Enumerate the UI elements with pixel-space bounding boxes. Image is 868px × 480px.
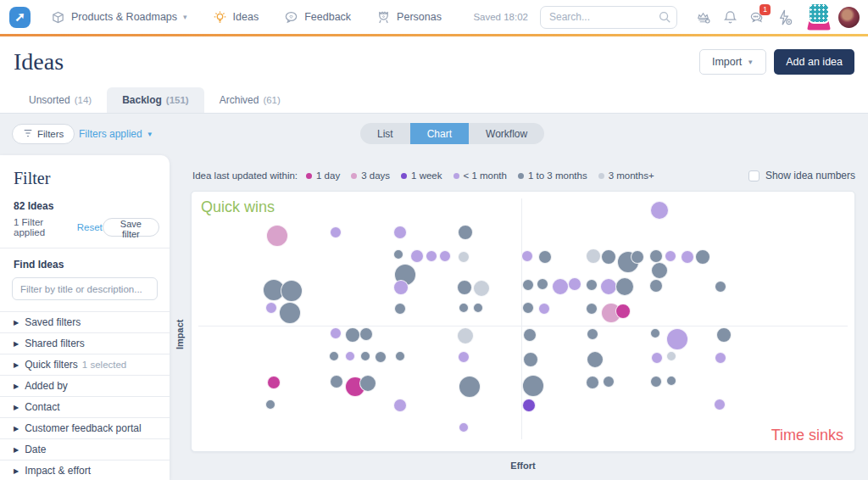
prodpad-logo-icon[interactable]: ➚ <box>9 7 31 28</box>
idea-bubble[interactable] <box>265 399 275 410</box>
idea-bubble[interactable] <box>587 351 604 368</box>
idea-bubble[interactable] <box>521 250 533 262</box>
idea-bubble[interactable] <box>330 375 343 388</box>
idea-bubble[interactable] <box>650 201 669 220</box>
idea-bubble[interactable] <box>631 250 644 264</box>
idea-bubble[interactable] <box>457 280 472 295</box>
reset-filters-link[interactable]: Reset <box>77 222 103 232</box>
idea-bubble[interactable] <box>267 376 281 389</box>
idea-bubble[interactable] <box>459 422 469 433</box>
idea-bubble[interactable] <box>330 327 342 339</box>
idea-bubble[interactable] <box>538 303 550 315</box>
idea-bubble[interactable] <box>345 351 355 361</box>
idea-bubble[interactable] <box>360 351 370 361</box>
nav-feedback[interactable]: Feedback <box>284 10 351 25</box>
idea-bubble[interactable] <box>473 303 483 313</box>
idea-bubble[interactable] <box>279 302 301 324</box>
show-idea-numbers-checkbox[interactable] <box>748 170 760 181</box>
idea-bubble[interactable] <box>650 376 662 388</box>
idea-bubble[interactable] <box>522 399 536 412</box>
filter-section-saved-filters[interactable]: ▶Saved filters <box>0 311 170 332</box>
idea-bubble[interactable] <box>393 226 407 239</box>
idea-bubble[interactable] <box>716 327 732 343</box>
filter-section-impact-effort[interactable]: ▶Impact & effort <box>0 460 170 480</box>
idea-bubble[interactable] <box>393 399 407 412</box>
idea-bubble[interactable] <box>681 250 694 264</box>
filter-section-shared-filters[interactable]: ▶Shared filters <box>0 332 170 354</box>
idea-bubble[interactable] <box>649 279 663 293</box>
idea-bubble[interactable] <box>538 250 552 264</box>
idea-bubble[interactable] <box>586 279 598 291</box>
filters-button[interactable]: Filters <box>12 124 75 144</box>
idea-bubble[interactable] <box>552 278 569 295</box>
quick-actions-icon[interactable] <box>773 6 795 28</box>
idea-bubble[interactable] <box>359 375 376 392</box>
nav-products-roadmaps[interactable]: Products & Roadmaps ▾ <box>51 10 187 25</box>
idea-bubble[interactable] <box>458 251 470 263</box>
idea-bubble[interactable] <box>650 328 660 338</box>
idea-bubble[interactable] <box>649 249 663 263</box>
messages-icon[interactable]: 1 <box>746 6 768 28</box>
bell-icon[interactable] <box>719 6 741 28</box>
idea-bubble[interactable] <box>281 280 303 302</box>
add-idea-button[interactable]: Add an idea <box>774 49 854 75</box>
idea-bubble[interactable] <box>459 376 481 398</box>
filter-section-contact[interactable]: ▶Contact <box>0 396 170 417</box>
view-list[interactable]: List <box>360 123 410 144</box>
idea-bubble[interactable] <box>603 376 615 388</box>
idea-bubble[interactable] <box>459 303 469 313</box>
idea-bubble[interactable] <box>715 352 726 364</box>
save-filter-button[interactable]: Save filter <box>103 218 159 237</box>
filter-search-input[interactable] <box>12 277 158 300</box>
idea-bubble[interactable] <box>345 327 360 343</box>
search-input[interactable] <box>540 6 677 29</box>
idea-bubble[interactable] <box>393 280 409 295</box>
idea-bubble[interactable] <box>715 281 726 293</box>
idea-bubble[interactable] <box>330 226 342 238</box>
view-workflow[interactable]: Workflow <box>469 123 544 144</box>
sandbox-icon[interactable] <box>692 6 714 28</box>
idea-bubble[interactable] <box>666 328 688 350</box>
idea-bubble[interactable] <box>394 303 406 315</box>
assistant-widget-icon[interactable] <box>806 4 832 31</box>
idea-bubble[interactable] <box>522 302 534 314</box>
idea-bubble[interactable] <box>523 352 538 367</box>
idea-bubble[interactable] <box>457 327 474 344</box>
idea-bubble[interactable] <box>600 278 617 295</box>
idea-bubble[interactable] <box>439 250 451 262</box>
idea-bubble[interactable] <box>586 376 599 389</box>
idea-bubble[interactable] <box>714 399 726 410</box>
nav-ideas[interactable]: Ideas <box>213 10 259 25</box>
import-button[interactable]: Import▼ <box>699 49 766 75</box>
idea-bubble[interactable] <box>666 376 676 386</box>
idea-bubble[interactable] <box>695 249 710 265</box>
idea-bubble[interactable] <box>266 225 288 247</box>
idea-bubble[interactable] <box>522 279 534 291</box>
tab-archived[interactable]: Archived(61) <box>204 87 296 113</box>
idea-bubble[interactable] <box>665 250 676 262</box>
idea-bubble[interactable] <box>426 250 437 262</box>
idea-bubble[interactable] <box>568 277 581 291</box>
idea-bubble[interactable] <box>522 375 544 397</box>
idea-bubble[interactable] <box>586 303 598 315</box>
idea-bubble[interactable] <box>473 280 490 297</box>
idea-bubble[interactable] <box>537 278 548 290</box>
idea-bubble[interactable] <box>666 351 676 361</box>
idea-bubble[interactable] <box>651 262 668 279</box>
idea-bubble[interactable] <box>615 304 631 319</box>
idea-bubble[interactable] <box>395 351 405 361</box>
tab-unsorted[interactable]: Unsorted(14) <box>14 87 107 113</box>
idea-bubble[interactable] <box>523 328 537 342</box>
idea-bubble[interactable] <box>586 248 601 264</box>
idea-bubble[interactable] <box>601 249 616 265</box>
view-chart[interactable]: Chart <box>410 123 469 144</box>
idea-bubble[interactable] <box>359 327 373 341</box>
idea-bubble[interactable] <box>329 351 339 361</box>
nav-personas[interactable]: Personas <box>376 10 442 25</box>
idea-bubble[interactable] <box>615 277 634 296</box>
idea-bubble[interactable] <box>375 351 387 363</box>
user-avatar[interactable] <box>838 7 860 28</box>
filter-section-date[interactable]: ▶Date <box>0 438 170 460</box>
filter-section-added-by[interactable]: ▶Added by <box>0 375 170 396</box>
filter-section-customer-feedback-portal[interactable]: ▶Customer feedback portal <box>0 417 170 438</box>
